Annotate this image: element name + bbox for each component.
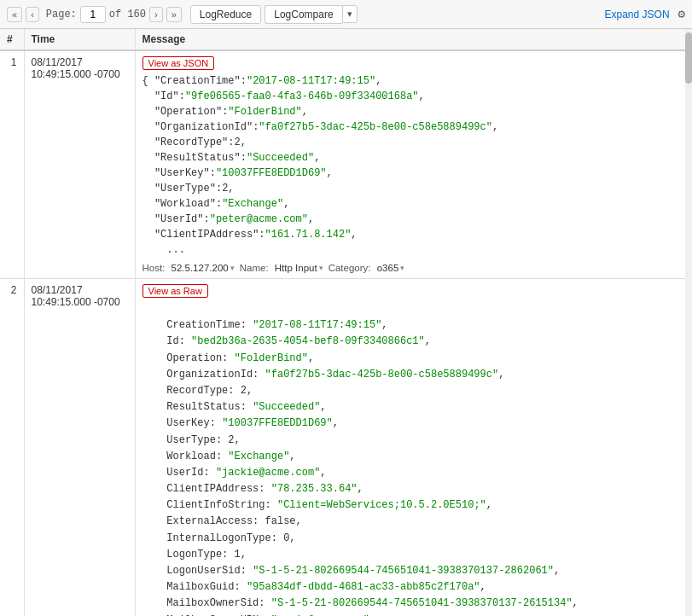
col-header-num: # <box>0 29 24 50</box>
table-row: 1 08/11/2017 10:49:15.000 -0700 View as … <box>0 50 692 279</box>
top-bar: « ‹ Page: of 160 › » LogReduce LogCompar… <box>0 0 692 29</box>
next-page-button[interactable]: › <box>149 7 163 22</box>
log-table-container: # Time Message 1 08/11/2017 10:49:15.000… <box>0 29 692 616</box>
log-compare-dropdown-button[interactable]: ▾ <box>342 5 358 23</box>
col-header-time: Time <box>24 29 135 50</box>
scrollbar[interactable] <box>685 29 692 616</box>
row2-message: View as Raw CreationTime: "2017-08-11T17… <box>135 279 692 617</box>
table-header-row: # Time Message <box>0 29 692 50</box>
row1-meta-host: Host: 52.5.127.200▾ <box>142 263 235 273</box>
view-as-json-button[interactable]: View as JSON <box>142 56 215 70</box>
scrollbar-thumb[interactable] <box>685 32 692 84</box>
table-row: 2 08/11/2017 10:49:15.000 -0700 View as … <box>0 279 692 617</box>
col-header-msg: Message <box>135 29 692 50</box>
page-label: Page: <box>46 9 77 20</box>
row1-message: View as JSON { "CreationTime":"2017-08-1… <box>135 50 692 279</box>
host-chevron-icon[interactable]: ▾ <box>230 264 235 272</box>
page-input[interactable] <box>80 6 106 23</box>
row2-time: 08/11/2017 10:49:15.000 -0700 <box>24 279 135 617</box>
prev-page-button[interactable]: ‹ <box>26 7 39 22</box>
first-page-button[interactable]: « <box>7 7 22 22</box>
name-chevron-icon[interactable]: ▾ <box>319 264 323 272</box>
row1-json-content: { "CreationTime":"2017-08-11T17:49:15", … <box>142 73 685 258</box>
row2-parsed-content: CreationTime: "2017-08-11T17:49:15", Id:… <box>142 301 685 616</box>
row1-time: 08/11/2017 10:49:15.000 -0700 <box>24 50 135 279</box>
row1-num: 1 <box>0 50 24 279</box>
log-table: # Time Message 1 08/11/2017 10:49:15.000… <box>0 29 692 616</box>
row2-num: 2 <box>0 279 24 617</box>
log-compare-button[interactable]: LogCompare <box>265 5 341 24</box>
last-page-button[interactable]: » <box>166 7 182 22</box>
row1-meta-bar: Host: 52.5.127.200▾ Name: Http Input▾ Ca… <box>142 263 685 273</box>
view-as-raw-button[interactable]: View as Raw <box>142 284 208 298</box>
gear-icon[interactable]: ⚙ <box>678 7 685 21</box>
row1-meta-category: Category: o365▾ <box>329 263 405 273</box>
of-label: of 160 <box>109 9 146 20</box>
row1-meta-name: Name: Http Input▾ <box>240 263 323 273</box>
expand-json-link[interactable]: Expand JSON <box>605 9 670 20</box>
log-reduce-button[interactable]: LogReduce <box>190 5 261 24</box>
log-compare-group: LogCompare ▾ <box>265 5 357 24</box>
category-chevron-icon[interactable]: ▾ <box>400 264 404 272</box>
